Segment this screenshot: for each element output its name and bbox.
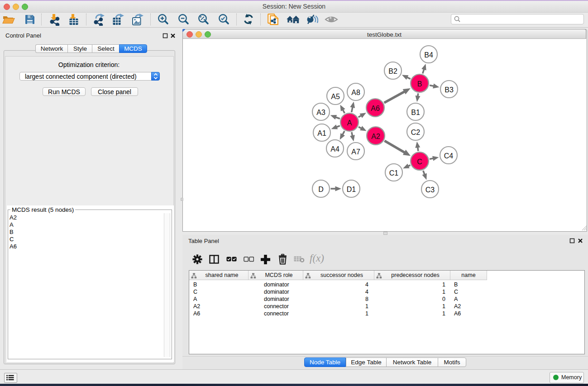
- svg-text:A5: A5: [331, 93, 340, 100]
- svg-text:D: D: [318, 186, 324, 193]
- svg-text:A7: A7: [351, 148, 360, 156]
- svg-text:C1: C1: [389, 169, 399, 177]
- svg-text:C2: C2: [411, 129, 421, 136]
- svg-text:B: B: [417, 80, 422, 88]
- svg-text:A3: A3: [316, 109, 325, 116]
- svg-text:B3: B3: [445, 86, 454, 94]
- svg-text:A2: A2: [371, 133, 380, 140]
- svg-text:A6: A6: [371, 105, 380, 112]
- svg-text:B4: B4: [424, 51, 433, 59]
- svg-text:A4: A4: [330, 145, 339, 153]
- svg-text:B2: B2: [388, 67, 397, 75]
- svg-text:C4: C4: [444, 152, 454, 160]
- svg-text:A: A: [347, 119, 352, 127]
- svg-text:B1: B1: [411, 109, 420, 116]
- svg-text:A8: A8: [351, 89, 360, 96]
- svg-text:A1: A1: [317, 129, 326, 137]
- svg-text:D1: D1: [347, 186, 356, 193]
- svg-text:C3: C3: [425, 186, 435, 194]
- svg-text:C: C: [417, 158, 422, 166]
